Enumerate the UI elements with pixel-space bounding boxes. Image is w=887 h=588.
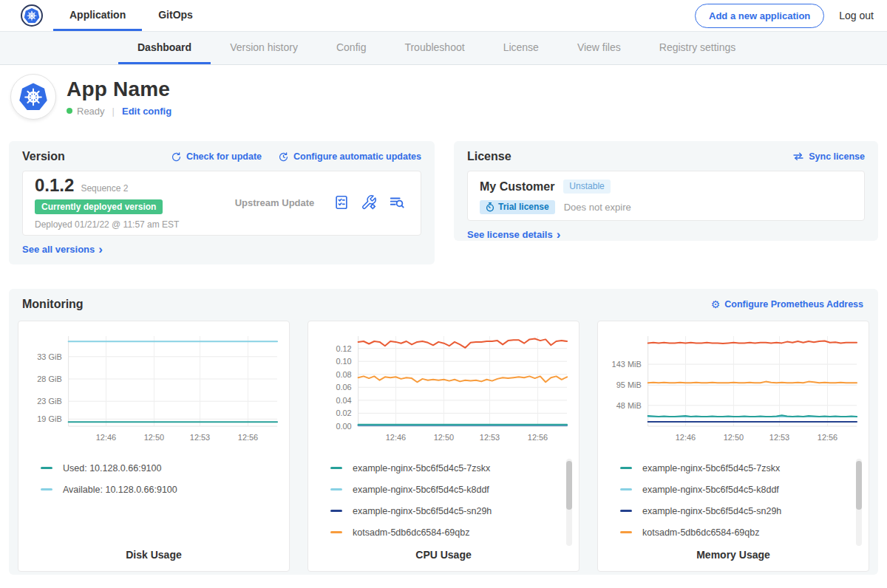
topnav-tabs: Application GitOps — [53, 0, 209, 31]
license-summary-row: My Customer Unstable Trial license Does … — [467, 171, 865, 221]
svg-text:12:53: 12:53 — [190, 433, 210, 442]
cpu-usage-plot: 0.000.020.040.060.080.100.1212:4612:5012… — [308, 329, 579, 448]
legend-scrollbar-thumb[interactable] — [566, 461, 572, 510]
chart-title-cpu: CPU Usage — [308, 549, 579, 571]
add-application-button[interactable]: Add a new application — [695, 4, 824, 28]
logout-button[interactable]: Log out — [839, 10, 874, 21]
legend-series-label: Available: 10.128.0.66:9100 — [63, 485, 177, 495]
edit-config-link[interactable]: Edit config — [122, 106, 171, 117]
legend-item[interactable]: example-nginx-5bc6f5d4c5-sn29h — [330, 505, 579, 517]
legend-scrollbar — [856, 459, 862, 546]
svg-text:95 MiB: 95 MiB — [616, 380, 642, 389]
svg-text:12:50: 12:50 — [724, 433, 744, 442]
topnav-tab-gitops[interactable]: GitOps — [142, 0, 209, 31]
legend-series-swatch — [41, 467, 52, 469]
svg-text:0.06: 0.06 — [336, 383, 351, 392]
legend-item[interactable]: Used: 10.128.0.66:9100 — [41, 462, 289, 474]
subnav-tab-troubleshoot[interactable]: Troubleshoot — [385, 32, 483, 64]
config-wrench-icon[interactable] — [361, 194, 377, 211]
sequence-label: Sequence 2 — [81, 183, 128, 194]
subnav-tab-dashboard[interactable]: Dashboard — [118, 32, 211, 64]
trial-license-badge: Trial license — [480, 200, 555, 214]
see-all-versions-link[interactable]: See all versions › — [22, 244, 103, 255]
sync-license-link[interactable]: Sync license — [792, 151, 865, 162]
legend-item[interactable]: example-nginx-5bc6f5d4c5-k8ddf — [620, 483, 869, 496]
legend-item[interactable]: kotsadm-5db6dc6584-69qbz — [620, 526, 869, 539]
svg-text:12:56: 12:56 — [818, 433, 837, 442]
legend-scrollbar-thumb[interactable] — [856, 461, 862, 510]
page-title: App Name — [67, 78, 171, 101]
subnav-tab-license[interactable]: License — [484, 32, 558, 64]
configure-prometheus-label: Configure Prometheus Address — [724, 299, 863, 310]
customer-name: My Customer — [480, 180, 554, 194]
deploy-logs-icon[interactable] — [388, 194, 406, 211]
svg-text:0.12: 0.12 — [336, 344, 351, 353]
disk-usage-plot: 19 GiB23 GiB28 GiB33 GiB12:4612:5012:531… — [18, 329, 289, 448]
legend-series-swatch — [41, 488, 52, 490]
svg-text:19 GiB: 19 GiB — [37, 414, 61, 423]
disk-usage-legend: Used: 10.128.0.66:9100Available: 10.128.… — [18, 462, 289, 549]
svg-text:28 GiB: 28 GiB — [37, 375, 61, 383]
currently-deployed-badge: Currently deployed version — [35, 199, 163, 214]
legend-series-label: example-nginx-5bc6f5d4c5-7zskx — [642, 463, 780, 474]
legend-series-label: kotsadm-5db6dc6584-69qbz — [642, 527, 759, 538]
check-for-update-link[interactable]: Check for update — [171, 151, 262, 163]
cpu-usage-legend: example-nginx-5bc6f5d4c5-7zskxexample-ng… — [308, 462, 579, 549]
legend-item[interactable]: Available: 10.128.0.66:9100 — [41, 483, 289, 496]
legend-item[interactable]: example-nginx-5bc6f5d4c5-7zskx — [330, 462, 579, 474]
see-all-versions-label: See all versions — [22, 244, 95, 255]
preflight-checks-icon[interactable] — [333, 194, 350, 211]
legend-series-swatch — [330, 488, 342, 490]
subnav-tab-version-history[interactable]: Version history — [211, 32, 317, 64]
legend-series-swatch — [330, 467, 342, 469]
svg-text:0.10: 0.10 — [336, 357, 351, 366]
legend-series-label: kotsadm-5db6dc6584-69qbz — [353, 527, 469, 538]
subnav-tab-view-files[interactable]: View files — [558, 32, 640, 64]
status-ready-dot — [67, 108, 72, 114]
subnav-tab-config[interactable]: Config — [317, 32, 385, 64]
refresh-icon — [171, 151, 182, 163]
svg-text:12:53: 12:53 — [769, 433, 789, 442]
legend-item[interactable]: kotsadm-5db6dc6584-69qbz — [330, 526, 579, 539]
topnav-tab-application[interactable]: Application — [53, 0, 142, 31]
top-navbar: Application GitOps Add a new application… — [0, 0, 887, 31]
configure-auto-updates-label: Configure automatic updates — [293, 151, 421, 162]
monitoring-section: Monitoring ⚙ Configure Prometheus Addres… — [9, 289, 878, 575]
current-version-row: 0.1.2 Sequence 2 Currently deployed vers… — [22, 171, 421, 236]
svg-text:48 MiB: 48 MiB — [616, 401, 642, 410]
version-number: 0.1.2 — [35, 175, 74, 196]
svg-text:12:46: 12:46 — [96, 433, 116, 442]
license-expiry-text: Does not expire — [564, 202, 631, 213]
legend-series-label: example-nginx-5bc6f5d4c5-sn29h — [642, 506, 781, 516]
monitoring-title: Monitoring — [22, 298, 84, 311]
status-badge: Ready — [77, 106, 105, 117]
svg-text:12:50: 12:50 — [144, 433, 164, 442]
subnav-tab-registry-settings[interactable]: Registry settings — [640, 32, 755, 64]
app-sub-navbar: Dashboard Version history Config Trouble… — [0, 31, 887, 65]
configure-auto-updates-link[interactable]: Configure automatic updates — [278, 151, 421, 163]
svg-text:0.00: 0.00 — [336, 422, 351, 431]
kubernetes-logo[interactable] — [21, 4, 43, 27]
version-card: Version Check for update Configure au — [9, 141, 435, 264]
topnav-right: Add a new application Log out — [695, 0, 874, 31]
sync-license-label: Sync license — [809, 151, 865, 162]
svg-text:12:56: 12:56 — [238, 433, 258, 442]
svg-text:12:50: 12:50 — [434, 433, 454, 442]
memory-usage-legend: example-nginx-5bc6f5d4c5-7zskxexample-ng… — [598, 462, 869, 549]
chart-title-memory: Memory Usage — [598, 549, 869, 571]
legend-item[interactable]: example-nginx-5bc6f5d4c5-7zskx — [620, 462, 869, 474]
legend-series-label: example-nginx-5bc6f5d4c5-k8ddf — [353, 485, 489, 495]
divider: | — [112, 106, 115, 117]
legend-series-label: example-nginx-5bc6f5d4c5-7zskx — [353, 463, 490, 474]
kubernetes-logo-icon — [24, 7, 40, 24]
legend-item[interactable]: example-nginx-5bc6f5d4c5-k8ddf — [330, 483, 579, 496]
see-license-details-link[interactable]: See license details › — [467, 229, 560, 240]
svg-text:0.08: 0.08 — [336, 370, 351, 379]
legend-series-swatch — [620, 510, 632, 512]
svg-text:143 MiB: 143 MiB — [612, 360, 642, 369]
version-source-label: Upstream Update — [216, 197, 333, 208]
configure-prometheus-link[interactable]: ⚙ Configure Prometheus Address — [711, 299, 863, 310]
app-header: App Name Ready | Edit config — [0, 65, 887, 130]
channel-badge: Unstable — [563, 180, 610, 194]
legend-item[interactable]: example-nginx-5bc6f5d4c5-sn29h — [620, 505, 869, 517]
